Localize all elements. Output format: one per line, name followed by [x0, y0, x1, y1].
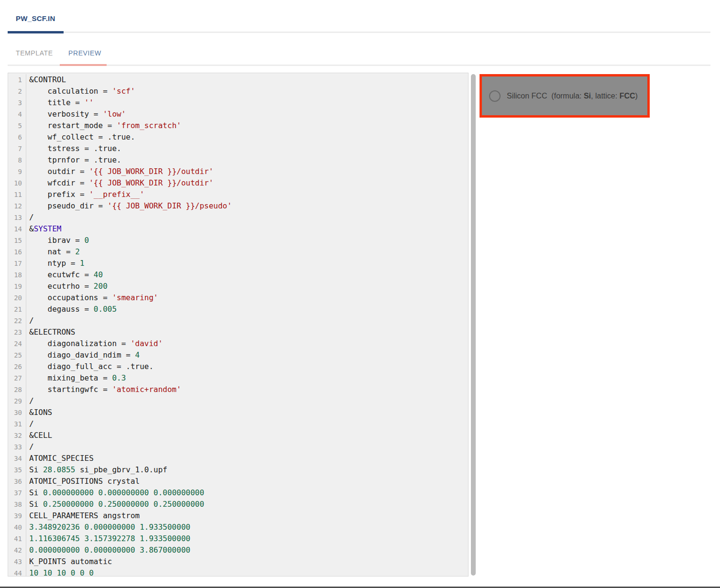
code-text: wfcdir = '{{ JOB_WORK_DIR }}/outdir'	[26, 177, 213, 189]
code-token: &CELL	[29, 431, 52, 440]
code-text: tstress = .true.	[26, 143, 121, 154]
tab-preview[interactable]: PREVIEW	[68, 49, 101, 57]
code-line: 31/	[8, 418, 468, 430]
code-text: occupations = 'smearing'	[26, 292, 158, 304]
code-text: ibrav = 0	[26, 235, 89, 246]
material-option-silicon-fcc[interactable]: Silicon FCC (formula: Si, lattice: FCC)	[480, 74, 650, 118]
code-token: 0.3	[112, 373, 126, 382]
code-token: 0	[85, 236, 89, 245]
code-token: ntyp =	[29, 259, 80, 268]
code-line: 17 ntyp = 1	[8, 258, 468, 269]
line-number: 10	[8, 177, 26, 189]
line-number: 21	[8, 304, 26, 315]
code-text: degauss = 0.005	[26, 304, 117, 315]
line-number: 18	[8, 269, 26, 281]
file-tab-pw-scf-in[interactable]: PW_SCF.IN	[16, 14, 55, 22]
code-token: wfcdir =	[29, 178, 89, 187]
code-token: SYSTEM	[34, 224, 62, 233]
line-number: 14	[8, 223, 26, 235]
code-line: 16 nat = 2	[8, 246, 468, 258]
line-number: 24	[8, 338, 26, 349]
code-token: 'scf'	[112, 87, 135, 96]
line-number: 2	[8, 86, 26, 97]
code-line: 18 ecutwfc = 40	[8, 269, 468, 281]
code-token: tprnfor = .true.	[29, 155, 121, 164]
line-number: 30	[8, 407, 26, 418]
code-text: outdir = '{{ JOB_WORK_DIR }}/outdir'	[26, 166, 213, 177]
line-number: 37	[8, 487, 26, 499]
code-line: 25 diago_david_ndim = 4	[8, 349, 468, 361]
code-text: 0.000000000 0.000000000 3.867000000	[26, 544, 190, 556]
line-number: 33	[8, 441, 26, 453]
code-token: /	[29, 419, 34, 428]
code-token: 10 10 10 0 0 0	[29, 568, 94, 577]
app-root: PW_SCF.IN TEMPLATE PREVIEW 1&CONTROL2 ca…	[0, 0, 720, 588]
code-line: 37Si 0.000000000 0.000000000 0.000000000	[8, 487, 468, 499]
code-token: '__prefix__'	[89, 190, 144, 199]
code-token: &CONTROL	[29, 75, 66, 84]
code-token: '{{ JOB_WORK_DIR }}/pseudo'	[108, 201, 232, 210]
code-token: CELL_PARAMETERS angstrom	[29, 511, 140, 520]
line-number: 35	[8, 464, 26, 476]
code-line: 2 calculation = 'scf'	[8, 86, 468, 97]
line-number: 43	[8, 556, 26, 567]
code-token: '{{ JOB_WORK_DIR }}/outdir'	[89, 178, 213, 187]
code-token: wf_collect = .true.	[29, 132, 135, 142]
line-number: 27	[8, 372, 26, 384]
code-line: 27 mixing_beta = 0.3	[8, 372, 468, 384]
code-token: 'low'	[103, 109, 126, 119]
line-number: 28	[8, 384, 26, 395]
line-number: 22	[8, 315, 26, 327]
material-label-text: , lattice:	[591, 92, 620, 100]
line-number: 29	[8, 395, 26, 407]
material-option-label: Silicon FCC (formula: Si, lattice: FCC)	[507, 92, 638, 100]
code-token: outdir =	[29, 167, 89, 176]
code-token: 3.348920236 0.000000000 1.933500000	[29, 523, 190, 532]
code-token: startingwfc =	[29, 385, 112, 394]
code-line: 4410 10 10 0 0 0	[8, 567, 468, 577]
code-token: 'david'	[131, 339, 163, 348]
line-number: 23	[8, 327, 26, 338]
material-label-text: )	[635, 92, 638, 100]
tab-template[interactable]: TEMPLATE	[16, 49, 53, 57]
code-editor[interactable]: 1&CONTROL2 calculation = 'scf'3 title = …	[8, 73, 469, 577]
code-text: ntyp = 1	[26, 258, 85, 269]
line-number: 11	[8, 189, 26, 200]
code-token: /	[29, 396, 34, 405]
code-text: ecutrho = 200	[26, 281, 108, 292]
code-line: 24 diagonalization = 'david'	[8, 338, 468, 349]
code-token: '{{ JOB_WORK_DIR }}/outdir'	[89, 167, 213, 176]
code-text: startingwfc = 'atomic+random'	[26, 384, 181, 395]
code-text: 10 10 10 0 0 0	[26, 567, 94, 577]
code-line: 11 prefix = '__prefix__'	[8, 189, 468, 200]
code-token: tstress = .true.	[29, 144, 121, 153]
line-number: 26	[8, 361, 26, 372]
code-line: 22/	[8, 315, 468, 327]
code-token: degauss =	[29, 305, 94, 314]
code-token: mixing_beta =	[29, 373, 112, 382]
code-line: 9 outdir = '{{ JOB_WORK_DIR }}/outdir'	[8, 166, 468, 177]
code-token: 0.000000000 0.000000000 3.867000000	[29, 545, 190, 555]
code-text: Si 0.250000000 0.250000000 0.250000000	[26, 499, 204, 510]
code-token: 2	[75, 247, 80, 256]
line-number: 17	[8, 258, 26, 269]
code-line: 30&IONS	[8, 407, 468, 418]
code-token: /	[29, 442, 34, 451]
line-number: 39	[8, 510, 26, 522]
code-line: 43K_POINTS automatic	[8, 556, 468, 567]
code-text: &ELECTRONS	[26, 327, 75, 338]
code-token: &IONS	[29, 408, 52, 417]
code-line: 6 wf_collect = .true.	[8, 131, 468, 143]
radio-button-icon[interactable]	[489, 90, 501, 102]
material-label-bold: Si	[584, 92, 591, 100]
code-line: 35Si 28.0855 si_pbe_gbrv_1.0.upf	[8, 464, 468, 476]
code-token: title =	[29, 98, 85, 107]
line-number: 40	[8, 522, 26, 533]
code-token: &	[29, 224, 34, 233]
editor-scrollbar[interactable]	[471, 74, 476, 576]
code-text: ATOMIC_POSITIONS crystal	[26, 476, 140, 487]
code-text: /	[26, 315, 34, 327]
code-line: 33/	[8, 441, 468, 453]
line-number: 44	[8, 567, 26, 577]
code-token: si_pbe_gbrv_1.0.upf	[75, 465, 167, 474]
